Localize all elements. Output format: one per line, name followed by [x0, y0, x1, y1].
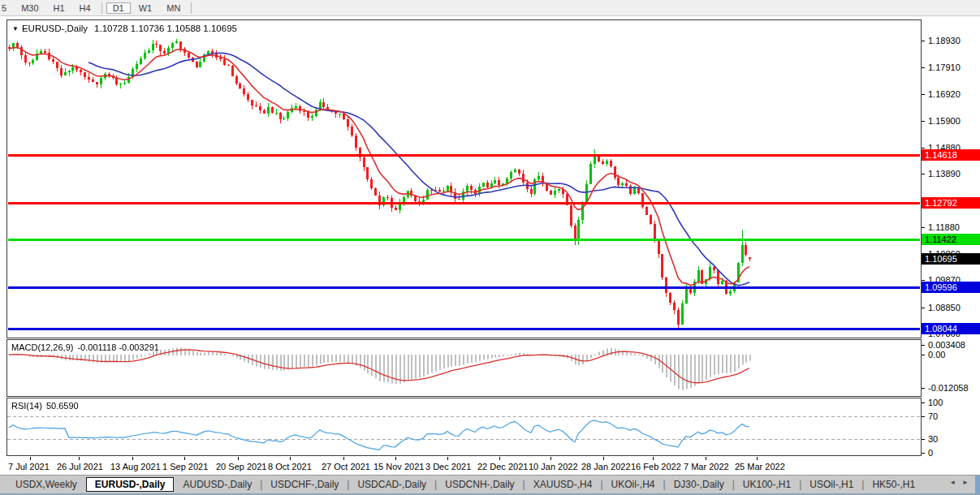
horizontal-level-line — [8, 239, 920, 241]
tab-ukoil-h4[interactable]: UKOil-,H4 — [604, 477, 663, 492]
date-tick-label: 20 Sep 2021 — [216, 462, 266, 471]
toolbar-separator — [191, 2, 192, 14]
timeframe-button-mn[interactable]: MN — [160, 2, 187, 14]
date-tick-label: 22 Dec 2021 — [477, 462, 528, 471]
chart-ohlc-values: 1.10728 1.10736 1.10588 1.10695 — [94, 24, 237, 33]
macd-axis-label: -0.012058 — [928, 383, 969, 393]
tab-usdcad-daily[interactable]: USDCAD-,Daily — [350, 477, 434, 492]
date-tick-mark — [395, 457, 396, 460]
date-tick-label: 28 Jan 2022 — [581, 462, 631, 471]
timeframe-button-5[interactable]: 5 — [0, 2, 13, 14]
price-tick-label: 1.11880 — [928, 222, 960, 232]
date-tick-mark — [550, 457, 551, 460]
date-tick-label: 13 Aug 2021 — [110, 462, 161, 471]
price-axis[interactable]: 1.189301.179101.169201.159001.148801.138… — [922, 19, 980, 456]
timeframe-button-d1[interactable]: D1 — [106, 2, 131, 14]
toolbar-separator — [101, 2, 102, 14]
tab-scroll-arrows: ◄ ► — [949, 479, 969, 486]
tab-dj30-daily[interactable]: DJ30-,Daily — [667, 477, 732, 492]
macd-axis-label: 0.003408 — [928, 340, 965, 350]
date-tick-label: 7 Mar 2022 — [684, 462, 729, 471]
price-tick-label: 1.08850 — [928, 303, 961, 312]
date-tick-label: 25 Mar 2022 — [735, 462, 785, 471]
tab-eurusd-daily[interactable]: EURUSD-,Daily — [86, 477, 175, 492]
rsi-value: 50.6590 — [46, 401, 79, 411]
date-tick-mark — [499, 457, 500, 460]
price-tick-label: 1.16920 — [928, 89, 961, 99]
price-tick-mark — [922, 94, 925, 95]
date-tick-mark — [447, 457, 448, 460]
tab-separator: | — [523, 479, 525, 490]
date-tick-mark — [653, 457, 654, 460]
timeframe-button-h1[interactable]: H1 — [47, 2, 71, 14]
rsi-tick-mark — [922, 416, 925, 417]
date-tick-label: 3 Dec 2021 — [425, 462, 471, 471]
macd-tick-mark — [922, 355, 925, 355]
price-chart-canvas[interactable] — [7, 20, 921, 338]
macd-label: MACD(12,26,9)-0.001118 -0.003291 — [11, 342, 159, 352]
triangle-down-icon[interactable]: ▼ — [12, 25, 19, 32]
rsi-axis-label: 70 — [928, 411, 938, 421]
scroll-right-icon[interactable]: ► — [962, 479, 969, 486]
price-tick-mark — [922, 121, 925, 122]
date-axis[interactable]: 7 Jul 202126 Jul 202113 Aug 20211 Sep 20… — [6, 457, 922, 474]
tab-audusd-daily[interactable]: AUDUSD-,Daily — [175, 477, 259, 492]
tab-usdchf-daily[interactable]: USDCHF-,Daily — [263, 477, 346, 492]
rsi-tick-mark — [922, 453, 925, 454]
price-tick-mark — [922, 280, 925, 281]
price-level-label: 1.14618 — [922, 149, 980, 161]
scroll-left-icon[interactable]: ◄ — [949, 479, 956, 486]
macd-tick-mark — [922, 388, 925, 389]
date-tick-mark — [30, 457, 31, 460]
tab-hk50-h1[interactable]: HK50-,H1 — [865, 477, 922, 492]
price-tick-label: 1.18930 — [928, 36, 961, 45]
rsi-name: RSI(14) — [11, 401, 42, 411]
timeframe-button-h4[interactable]: H4 — [73, 2, 97, 14]
date-tick-label: 1 Sep 2021 — [162, 462, 208, 471]
tab-xauusd-h4[interactable]: XAUUSD-,H4 — [526, 477, 600, 492]
timeframe-button-m30[interactable]: M30 — [15, 2, 45, 14]
horizontal-level-line — [8, 154, 920, 157]
macd-indicator-panel: MACD(12,26,9)-0.001118 -0.003291 — [6, 339, 922, 397]
price-level-label: 1.12792 — [922, 197, 980, 209]
price-tick-mark — [922, 227, 925, 228]
chart-symbol-label: EURUSD-,Daily — [22, 24, 88, 33]
horizontal-level-line — [8, 328, 920, 330]
rsi-axis-label: 100 — [928, 398, 943, 407]
timeframe-toolbar: 5M30H1H4D1W1MN — [0, 0, 980, 16]
macd-values: -0.001118 -0.003291 — [77, 342, 159, 352]
tab-separator: | — [732, 479, 735, 490]
rsi-indicator-panel: RSI(14)50.6590 — [6, 398, 922, 456]
date-tick-label: 27 Oct 2021 — [322, 462, 370, 471]
tab-separator: | — [799, 479, 801, 490]
rsi-tick-mark — [922, 439, 925, 440]
trading-terminal-window: 5M30H1H4D1W1MN ▼EURUSD-,Daily1.10728 1.1… — [0, 0, 980, 495]
tab-separator: | — [663, 479, 666, 490]
date-tick-mark — [343, 457, 344, 460]
date-tick-mark — [132, 457, 133, 460]
price-tick-label: 1.13890 — [928, 169, 961, 179]
date-tick-mark — [238, 457, 239, 460]
date-tick-label: 7 Jul 2021 — [8, 462, 50, 471]
timeframe-button-w1[interactable]: W1 — [132, 2, 159, 14]
date-tick-mark — [603, 457, 604, 460]
current-price-label: 1.10695 — [922, 253, 980, 265]
tab-usoil-h1[interactable]: USOil-,H1 — [802, 477, 861, 492]
tab-separator: | — [347, 479, 349, 490]
price-tick-mark — [922, 67, 925, 68]
rsi-axis-label: 0 — [928, 448, 933, 458]
date-tick-label: 26 Jul 2021 — [57, 462, 103, 471]
price-tick-mark — [922, 41, 925, 41]
tab-usdx-weekly[interactable]: USDX,Weekly — [8, 477, 84, 492]
tab-usdcnh-daily[interactable]: USDCNH-,Daily — [438, 477, 521, 492]
price-chart-panel: ▼EURUSD-,Daily1.10728 1.10736 1.10588 1.… — [6, 19, 922, 338]
tab-uk100-h1[interactable]: UK100-,H1 — [736, 477, 798, 492]
price-tick-mark — [922, 148, 925, 148]
price-level-label: 1.09596 — [922, 282, 980, 293]
date-tick-mark — [79, 457, 80, 460]
horizontal-level-line — [8, 202, 920, 204]
rsi-label: RSI(14)50.6590 — [11, 401, 79, 411]
macd-tick-mark — [922, 345, 925, 346]
price-tick-mark — [922, 174, 925, 174]
rsi-canvas[interactable] — [7, 398, 921, 455]
